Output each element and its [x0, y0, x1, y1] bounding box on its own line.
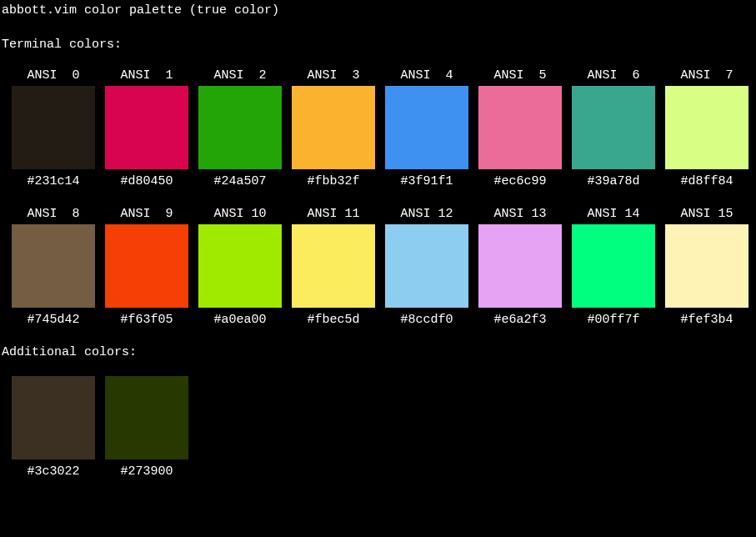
- swatch-hex-label: #e6a2f3: [493, 313, 546, 327]
- swatch-ansi-label: ANSI 2: [213, 68, 266, 83]
- swatch-box: [572, 86, 655, 169]
- swatch-cell: ANSI 0 #231c14: [12, 68, 95, 188]
- swatch-ansi-label: ANSI 13: [493, 207, 546, 221]
- swatch-cell: ANSI 8 #745d42: [12, 207, 95, 327]
- swatch-hex-label: #fbb32f: [307, 174, 359, 188]
- swatch-ansi-label: ANSI 12: [400, 207, 453, 221]
- swatch-box: [105, 224, 188, 308]
- swatch-cell: ANSI 9 #f63f05: [105, 207, 188, 327]
- swatch-hex-label: #3f91f1: [400, 174, 453, 188]
- swatch-ansi-label: ANSI 0: [27, 68, 79, 83]
- swatch-cell: #3c3022: [12, 376, 95, 479]
- swatch-ansi-label: ANSI 4: [400, 68, 453, 83]
- terminal-row-0: ANSI 0 #231c14 ANSI 1 #d80450 ANSI 2 #24…: [0, 68, 756, 188]
- terminal-section-label: Terminal colors:: [0, 38, 756, 52]
- swatch-cell: ANSI 2 #24a507: [198, 68, 282, 188]
- swatch-box: [292, 86, 375, 169]
- terminal-row-1: ANSI 8 #745d42 ANSI 9 #f63f05 ANSI 10 #a…: [0, 207, 756, 327]
- swatch-ansi-label: ANSI 10: [213, 207, 266, 221]
- swatch-ansi-label: ANSI 7: [680, 68, 733, 83]
- swatch-cell: ANSI 3 #fbb32f: [292, 68, 375, 188]
- swatch-ansi-label: ANSI 14: [587, 207, 639, 221]
- swatch-hex-label: #f63f05: [120, 313, 173, 327]
- swatch-hex-label: #39a78d: [587, 174, 639, 188]
- swatch-ansi-label: ANSI 6: [587, 68, 639, 83]
- swatch-box: [198, 224, 282, 308]
- swatch-ansi-label: ANSI 5: [493, 68, 546, 83]
- swatch-hex-label: #fbec5d: [307, 313, 359, 327]
- swatch-cell: ANSI 1 #d80450: [105, 68, 188, 188]
- swatch-hex-label: #fef3b4: [680, 313, 733, 327]
- swatch-hex-label: #745d42: [27, 313, 79, 327]
- swatch-cell: ANSI 6 #39a78d: [572, 68, 655, 188]
- swatch-box: [12, 224, 95, 308]
- swatch-ansi-label: ANSI 9: [120, 207, 173, 221]
- swatch-ansi-label: ANSI 1: [120, 68, 173, 83]
- swatch-hex-label: #00ff7f: [587, 313, 639, 327]
- swatch-box: [665, 86, 748, 169]
- swatch-hex-label: #3c3022: [27, 464, 79, 479]
- swatch-cell: ANSI 11 #fbec5d: [292, 207, 375, 327]
- swatch-cell: ANSI 13 #e6a2f3: [478, 207, 562, 327]
- swatch-box: [385, 224, 468, 308]
- swatch-box: [12, 86, 95, 169]
- swatch-box: [105, 86, 188, 169]
- additional-row-0: #3c3022 #273900: [0, 376, 756, 479]
- swatch-cell: ANSI 12 #8ccdf0: [385, 207, 468, 327]
- swatch-box: [292, 224, 375, 308]
- swatch-hex-label: #231c14: [27, 174, 79, 188]
- swatch-cell: ANSI 7 #d8ff84: [665, 68, 748, 188]
- swatch-cell: ANSI 10 #a0ea00: [198, 207, 282, 327]
- swatch-box: [198, 86, 282, 169]
- swatch-ansi-label: ANSI 11: [307, 207, 359, 221]
- swatch-box: [385, 86, 468, 169]
- swatch-box: [665, 224, 748, 308]
- swatch-ansi-label: ANSI 8: [27, 207, 79, 221]
- swatch-cell: ANSI 15 #fef3b4: [665, 207, 748, 327]
- swatch-box: [105, 376, 188, 459]
- swatch-hex-label: #d80450: [120, 174, 173, 188]
- swatch-hex-label: #273900: [120, 464, 173, 479]
- swatch-ansi-label: ANSI 15: [680, 207, 733, 221]
- swatch-cell: ANSI 4 #3f91f1: [385, 68, 468, 188]
- swatch-hex-label: #8ccdf0: [400, 313, 453, 327]
- swatch-box: [478, 224, 562, 308]
- swatch-cell: ANSI 5 #ec6c99: [478, 68, 562, 188]
- swatch-cell: ANSI 14 #00ff7f: [572, 207, 655, 327]
- swatch-box: [12, 376, 95, 459]
- swatch-hex-label: #d8ff84: [680, 174, 733, 188]
- swatch-cell: #273900: [105, 376, 188, 479]
- swatch-hex-label: #24a507: [213, 174, 266, 188]
- swatch-hex-label: #a0ea00: [213, 313, 266, 327]
- additional-section-label: Additional colors:: [0, 345, 756, 359]
- swatch-hex-label: #ec6c99: [493, 174, 546, 188]
- swatch-ansi-label: ANSI 3: [307, 68, 359, 83]
- page-title: abbott.vim color palette (true color): [0, 3, 756, 18]
- swatch-box: [572, 224, 655, 308]
- swatch-box: [478, 86, 562, 169]
